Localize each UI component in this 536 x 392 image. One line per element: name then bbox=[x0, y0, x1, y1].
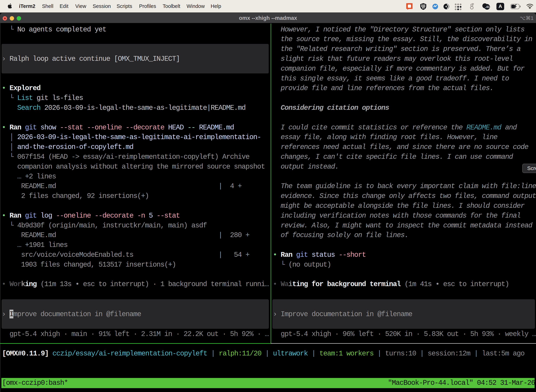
svg-text:..61: ..61 bbox=[485, 5, 490, 9]
